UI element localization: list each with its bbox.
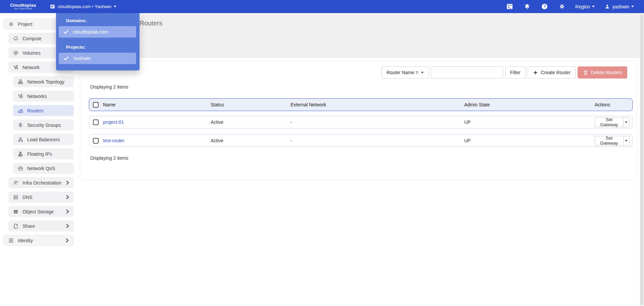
- sidebar-item-floating-ips[interactable]: Floating IPs: [13, 148, 74, 159]
- external-network-cell: -: [290, 119, 464, 125]
- sidebar-item-load-balancers[interactable]: Load Balancers: [13, 134, 74, 145]
- sidebar-item-label: Project: [18, 21, 33, 27]
- list-icon: [49, 4, 55, 9]
- actions-menu-toggle[interactable]: [623, 136, 630, 146]
- create-router-button[interactable]: Create Router: [528, 66, 576, 79]
- item-count-bottom: Displaying 2 items: [90, 155, 128, 161]
- set-gateway-button[interactable]: Set Gateway: [595, 117, 623, 127]
- domains-heading: Domains:: [59, 18, 136, 23]
- filter-field-label: Router Name =: [386, 70, 418, 75]
- router-name-link[interactable]: test-router: [103, 138, 211, 143]
- sidebar-item-label: Security Groups: [27, 122, 61, 128]
- bell-icon[interactable]: [518, 0, 536, 13]
- help-icon[interactable]: ?: [536, 0, 553, 13]
- brand-logo[interactable]: Cloudtopiaa Your Cloud Partner: [10, 3, 36, 10]
- sidebar-item-networks[interactable]: Networks: [13, 91, 74, 102]
- sidebar-item-label: Object Storage: [22, 209, 54, 214]
- plus-icon: [533, 70, 539, 75]
- domain-project-dropdown-panel: Domains: cloudtopiaa.com Projects: Yashw…: [56, 13, 140, 70]
- cube-icon: [13, 50, 19, 56]
- sidebar-item-routers[interactable]: Routers: [13, 105, 74, 116]
- region-dropdown[interactable]: Region: [571, 0, 599, 13]
- column-header-actions: Actions: [595, 102, 632, 107]
- filter-button-label: Filter: [510, 70, 521, 75]
- status-cell: Active: [211, 119, 290, 125]
- check-icon: [63, 56, 69, 60]
- sidebar-item-security-groups[interactable]: Security Groups: [13, 119, 74, 131]
- page-header-band: Routers: [78, 13, 644, 58]
- console-icon[interactable]: [501, 0, 518, 13]
- user-menu[interactable]: yashwin: [599, 0, 639, 13]
- domain-option-cloudtopiaa[interactable]: cloudtopiaa.com: [59, 26, 136, 38]
- delete-routers-label: Delete Routers: [591, 70, 622, 75]
- sidebar-item-label: Load Balancers: [27, 137, 60, 142]
- sidebar-item-label: Volumes: [22, 50, 41, 56]
- router-icon: [17, 108, 23, 114]
- row-checkbox[interactable]: [93, 119, 99, 125]
- sidebar-item-object-storage[interactable]: Object Storage: [8, 206, 74, 217]
- item-count-top: Displaying 2 items: [90, 84, 128, 90]
- table-row: project-01 Active - UP Set Gateway: [89, 116, 633, 129]
- sidebar-item-label: Network QoS: [27, 166, 55, 171]
- hierarchy-icon: [17, 137, 23, 143]
- chevron-down-icon: [631, 6, 634, 7]
- select-all-checkbox[interactable]: [93, 102, 99, 108]
- sidebar-item-network-topology[interactable]: Network Topology: [13, 76, 74, 87]
- chevron-right-icon: [66, 181, 69, 185]
- chevron-right-icon: [66, 195, 69, 199]
- chevron-right-icon: [66, 209, 69, 214]
- page-title: Routers: [140, 19, 162, 27]
- domain-option-label: cloudtopiaa.com: [73, 29, 108, 35]
- project-option-yashwin[interactable]: Yashwin: [59, 53, 136, 64]
- delete-routers-button[interactable]: Delete Routers: [578, 66, 627, 79]
- set-gateway-button[interactable]: Set Gateway: [595, 136, 623, 146]
- trash-icon: [583, 70, 589, 75]
- chevron-down-icon: [625, 121, 628, 123]
- bug-icon: [17, 122, 23, 128]
- column-header-external-network: External Network: [290, 102, 464, 107]
- sidebar-item-infra-orchestration[interactable]: Infra Orchestration: [8, 177, 74, 188]
- actions-menu-toggle[interactable]: [623, 117, 630, 127]
- row-select-cell: [89, 119, 103, 125]
- status-cell: Active: [211, 138, 290, 143]
- project-option-label: Yashwin: [73, 56, 91, 61]
- id-badge-icon: [8, 238, 14, 244]
- sidebar-item-label: Infra Orchestration: [22, 180, 61, 186]
- row-actions-split-button: Set Gateway: [595, 117, 630, 127]
- sidebar-item-label: Share: [22, 223, 35, 229]
- sidebar-item-share[interactable]: Share: [8, 220, 74, 232]
- region-label: Region: [575, 4, 590, 9]
- select-all-cell: [89, 102, 103, 108]
- domain-project-switcher[interactable]: cloudtopiaa.com • Yashwin: [49, 0, 116, 13]
- sidebar-item-dns[interactable]: DNS: [8, 192, 74, 203]
- chevron-right-icon: [66, 224, 69, 228]
- admin-state-cell: UP: [464, 119, 595, 125]
- filter-button[interactable]: Filter: [505, 66, 526, 79]
- chevron-down-icon: [592, 6, 595, 7]
- top-navbar: Cloudtopiaa Your Cloud Partner cloudtopi…: [0, 0, 644, 13]
- page-scrollbar[interactable]: [640, 13, 644, 306]
- column-header-name: Name: [103, 102, 211, 107]
- scrollbar-thumb[interactable]: [640, 14, 643, 305]
- brand-tagline: Your Cloud Partner: [14, 8, 32, 10]
- sidebar-item-network-qos[interactable]: Network QoS: [13, 163, 74, 174]
- main-content: Routers Router Name = Filter Create Rout…: [78, 13, 644, 306]
- router-name-link[interactable]: project-01: [103, 119, 211, 125]
- sidebar-item-label: Network: [22, 65, 40, 70]
- sidebar-item-identity[interactable]: Identity: [3, 235, 74, 246]
- sidebar-item-label: DNS: [22, 195, 33, 200]
- table-header-row: Name Status External Network Admin State…: [89, 98, 633, 111]
- filter-field-dropdown[interactable]: Router Name =: [381, 66, 428, 79]
- row-checkbox[interactable]: [93, 138, 99, 144]
- cloud-icon: [13, 36, 19, 42]
- table-row: test-router Active - UP Set Gateway: [89, 134, 633, 147]
- create-router-label: Create Router: [541, 70, 571, 75]
- table-toolbar: Router Name = Filter Create Router Delet…: [381, 66, 627, 79]
- person-gear-icon: [13, 180, 19, 186]
- actions-cell: Set Gateway: [595, 136, 632, 146]
- row-select-cell: [89, 138, 103, 144]
- filter-search-input[interactable]: [431, 66, 503, 79]
- row-actions-split-button: Set Gateway: [595, 136, 630, 146]
- sidebar-item-label: Floating IPs: [27, 151, 52, 157]
- gear-icon[interactable]: [553, 0, 571, 13]
